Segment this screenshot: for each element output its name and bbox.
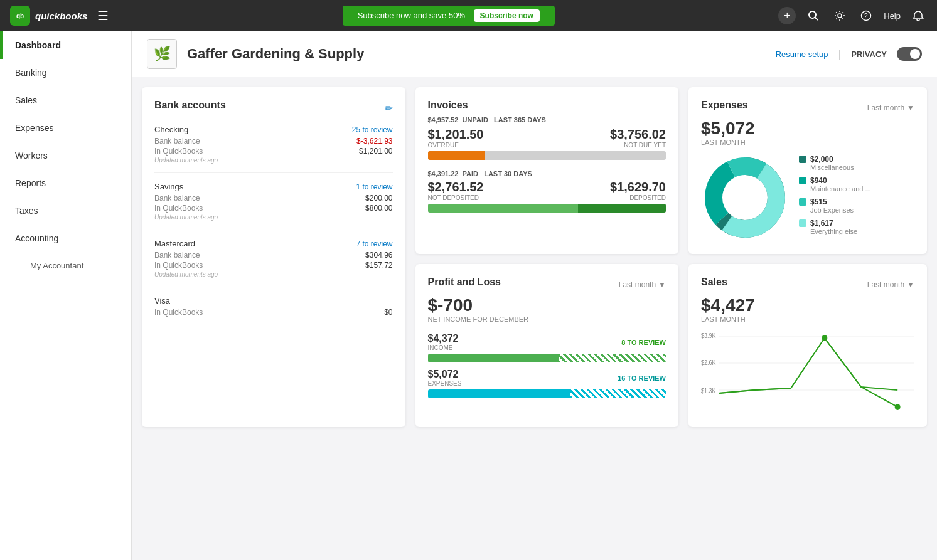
pl-income-badge[interactable]: 8 TO REVIEW xyxy=(621,339,666,346)
not-due-label: NOT DUE YET xyxy=(610,142,666,149)
expenses-header: Expenses Last month ▼ xyxy=(701,100,914,116)
expenses-period-selector[interactable]: Last month ▼ xyxy=(867,103,914,112)
legend-text-1: $2,000 Miscellaneous xyxy=(810,155,854,171)
pl-amount: $-700 xyxy=(428,295,667,315)
progress-overdue-fill xyxy=(428,151,485,160)
donut-center xyxy=(723,176,767,219)
sidebar-item-accounting[interactable]: Accounting xyxy=(0,225,131,252)
settings-button[interactable] xyxy=(831,7,849,24)
legend-dot-3 xyxy=(799,198,806,206)
chevron-down-icon: ▼ xyxy=(907,280,914,289)
pl-expenses-solid xyxy=(428,389,571,398)
sidebar: Dashboard Banking Sales Expenses Workers… xyxy=(0,31,132,560)
sales-line-2 xyxy=(719,338,898,407)
checking-name: Checking xyxy=(154,125,188,134)
savings-in-qb-label: In QuickBooks xyxy=(154,204,203,213)
chevron-down-icon: ▼ xyxy=(658,280,666,289)
legend-label-4: Everything else xyxy=(810,228,857,235)
company-name: Gaffer Gardening & Supply xyxy=(187,46,766,62)
invoices-unpaid-summary: $4,957.52 UNPAID LAST 365 DAYS xyxy=(428,116,667,124)
deposited: $1,629.70 DEPOSITED xyxy=(610,180,666,201)
bank-account-savings: Savings 1 to review Bank balance $200.00… xyxy=(154,182,393,230)
chevron-down-icon: ▼ xyxy=(907,103,914,112)
paid-period: LAST 30 DAYS xyxy=(484,170,532,177)
sidebar-item-workers[interactable]: Workers xyxy=(0,142,131,169)
help-button[interactable]: ? xyxy=(857,7,875,24)
sales-end-dot xyxy=(895,404,901,410)
sidebar-item-dashboard[interactable]: Dashboard xyxy=(0,31,131,59)
mastercard-bank-balance-row: Bank balance $304.96 xyxy=(154,251,393,260)
svg-point-0 xyxy=(809,11,816,18)
savings-in-qb-row: In QuickBooks $800.00 xyxy=(154,204,393,213)
checking-review-link[interactable]: 25 to review xyxy=(352,125,393,134)
visa-in-qb-row: In QuickBooks $0 xyxy=(154,308,393,317)
pl-sub: NET INCOME FOR DECEMBER xyxy=(428,315,667,323)
mastercard-in-qb-row: In QuickBooks $157.72 xyxy=(154,261,393,270)
savings-updated: Updated moments ago xyxy=(154,214,393,221)
header-bar: 🌿 Gaffer Gardening & Supply Resume setup… xyxy=(132,31,937,77)
sidebar-item-my-accountant[interactable]: My Accountant xyxy=(0,252,131,279)
mastercard-bank-balance-label: Bank balance xyxy=(154,251,200,260)
promo-inner: Subscribe now and save 50% Subscribe now xyxy=(343,6,555,26)
checking-updated: Updated moments ago xyxy=(154,157,393,164)
expenses-title: Expenses xyxy=(701,100,748,111)
search-button[interactable] xyxy=(805,7,822,24)
checking-in-qb-label: In QuickBooks xyxy=(154,147,203,156)
expenses-card: Expenses Last month ▼ $5,072 LAST MONTH xyxy=(688,87,927,254)
invoices-not-due: $3,756.02 NOT DUE YET xyxy=(610,127,666,149)
sidebar-item-reports[interactable]: Reports xyxy=(0,169,131,197)
sidebar-item-banking[interactable]: Banking xyxy=(0,59,131,87)
paid-label: PAID xyxy=(463,170,478,177)
legend-amount-4: $1,617 xyxy=(810,219,857,228)
pl-title: Profit and Loss xyxy=(428,277,501,288)
legend-label-3: Job Expenses xyxy=(810,206,854,214)
legend-item-4: $1,617 Everything else xyxy=(799,219,871,235)
sales-period-label: Last month xyxy=(867,280,904,289)
bank-account-checking: Checking 25 to review Bank balance $-3,6… xyxy=(154,125,393,173)
sidebar-item-taxes[interactable]: Taxes xyxy=(0,197,131,225)
mastercard-review-link[interactable]: 7 to review xyxy=(356,240,392,248)
legend-item-3: $515 Job Expenses xyxy=(799,198,871,214)
pl-income-hatched xyxy=(559,354,666,362)
checking-in-qb: $1,201.00 xyxy=(359,147,392,156)
visa-name: Visa xyxy=(154,296,170,305)
resume-setup-button[interactable]: Resume setup xyxy=(776,50,828,59)
pl-expenses-track xyxy=(428,389,667,398)
sales-header: Sales Last month ▼ xyxy=(701,277,914,293)
sales-period-selector[interactable]: Last month ▼ xyxy=(867,280,914,289)
pl-period-selector[interactable]: Last month ▼ xyxy=(619,280,666,289)
svg-point-2 xyxy=(838,14,842,18)
svg-text:$1.3K: $1.3K xyxy=(701,388,716,395)
privacy-toggle[interactable] xyxy=(897,47,922,61)
pl-income-label-row: $4,372 INCOME 8 TO REVIEW xyxy=(428,333,667,351)
mastercard-in-qb: $157.72 xyxy=(365,261,392,270)
expenses-sub: LAST MONTH xyxy=(701,139,914,146)
pl-expenses-badge[interactable]: 16 TO REVIEW xyxy=(618,374,666,382)
deposited-label: DEPOSITED xyxy=(610,194,666,201)
hamburger-button[interactable]: ☰ xyxy=(97,8,109,23)
not-deposited: $2,761.52 NOT DEPOSITED xyxy=(428,180,484,201)
notifications-button[interactable] xyxy=(909,7,927,24)
invoices-overdue: $1,201.50 OVERDUE xyxy=(428,127,484,149)
profit-loss-card: Profit and Loss Last month ▼ $-700 NET I… xyxy=(415,264,679,427)
sidebar-item-sales[interactable]: Sales xyxy=(0,87,131,114)
legend-text-3: $515 Job Expenses xyxy=(810,198,854,214)
savings-in-qb: $800.00 xyxy=(365,204,392,213)
pl-header: Profit and Loss Last month ▼ xyxy=(428,277,667,293)
mastercard-header: Mastercard 7 to review xyxy=(154,239,393,248)
savings-review-link[interactable]: 1 to review xyxy=(356,182,392,191)
subscribe-button[interactable]: Subscribe now xyxy=(474,9,540,22)
topnav: qb quickbooks ☰ Subscribe now and save 5… xyxy=(0,0,937,31)
sidebar-item-expenses[interactable]: Expenses xyxy=(0,114,131,142)
svg-text:$2.6K: $2.6K xyxy=(701,359,716,367)
legend-amount-2: $940 xyxy=(810,176,871,185)
svg-text:?: ? xyxy=(864,12,868,19)
overdue-label: OVERDUE xyxy=(428,142,484,149)
sales-line xyxy=(719,338,898,393)
pl-income-amount: $4,372 xyxy=(428,333,459,344)
add-button[interactable]: + xyxy=(778,7,796,24)
legend-amount-1: $2,000 xyxy=(810,155,854,164)
edit-bank-button[interactable]: ✏ xyxy=(385,102,393,114)
topnav-actions: + ? Help xyxy=(778,7,927,24)
not-deposited-label: NOT DEPOSITED xyxy=(428,194,484,201)
